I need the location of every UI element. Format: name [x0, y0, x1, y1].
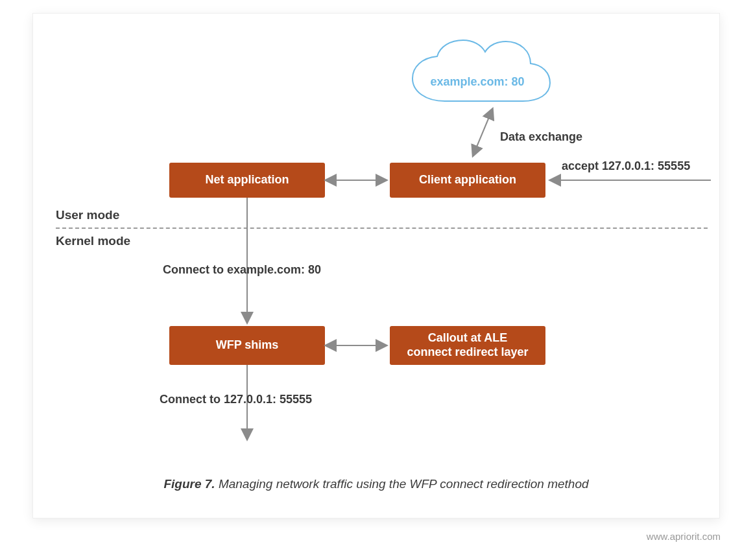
diagram-frame: example.com: 80 Data exchange Net applic…: [32, 13, 720, 519]
figure-title: Managing network traffic using the WFP c…: [215, 477, 589, 491]
label-connect-80: Connect to example.com: 80: [163, 263, 321, 277]
box-net-application: Net application: [169, 163, 325, 198]
figure-number: Figure 7.: [163, 477, 215, 491]
footer-attribution: www.apriorit.com: [647, 531, 721, 542]
svg-line-0: [474, 114, 490, 153]
box-wfp-shims: WFP shims: [169, 326, 325, 365]
figure-caption: Figure 7. Managing network traffic using…: [33, 477, 719, 491]
label-data-exchange: Data exchange: [500, 130, 582, 144]
arrow-netapp-wfp: [241, 198, 254, 326]
arrow-accept: [545, 174, 714, 187]
label-connect-55555: Connect to 127.0.0.1: 55555: [160, 393, 312, 406]
box-client-application: Client application: [390, 163, 545, 198]
label-user-mode: User mode: [56, 208, 119, 222]
diagram-canvas: example.com: 80 Data exchange Net applic…: [33, 14, 719, 518]
box-callout-ale: Callout at ALE connect redirect layer: [390, 326, 545, 365]
label-kernel-mode: Kernel mode: [56, 234, 130, 248]
mode-divider: [56, 228, 708, 229]
arrow-wfp-callout: [325, 339, 390, 352]
arrow-data-exchange: [464, 104, 503, 163]
arrow-net-client: [325, 174, 390, 187]
cloud-label: example.com: 80: [425, 75, 529, 89]
label-accept: accept 127.0.0.1: 55555: [562, 159, 690, 173]
